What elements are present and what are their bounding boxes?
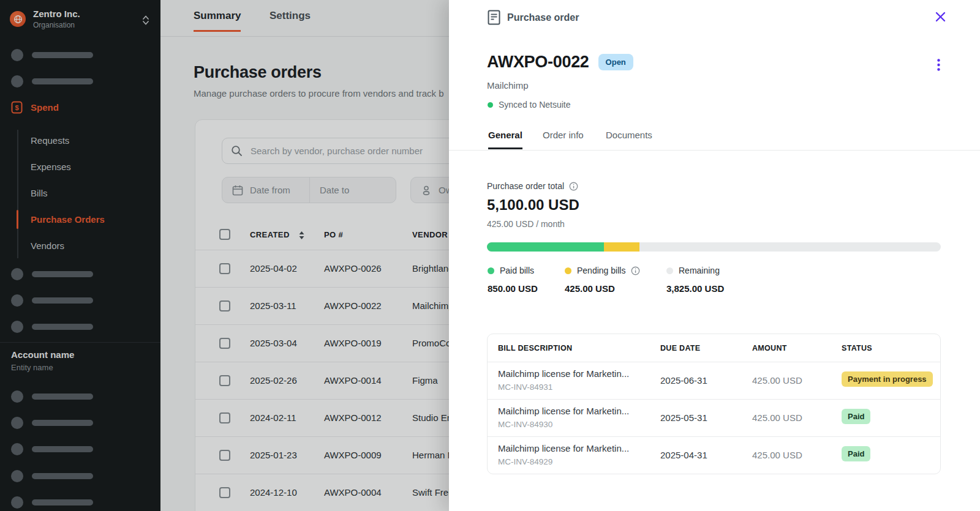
app-root: Zentro Inc. Organisation $ Spend Request… <box>0 0 980 511</box>
tab-order-info[interactable]: Order info <box>543 130 584 147</box>
tab-general[interactable]: General <box>488 130 522 149</box>
column-header-bill-description: BILL DESCRIPTION <box>498 344 572 352</box>
paid-amount: 850.00 USD <box>488 283 538 294</box>
bill-status-badge: Paid <box>842 409 870 424</box>
bill-row[interactable]: Mailchimp license for Marketin... MC-INV… <box>488 362 940 399</box>
info-icon[interactable] <box>631 266 640 275</box>
total-label: Purchase order total <box>487 181 564 191</box>
drawer-tab-divider <box>449 150 980 151</box>
info-icon[interactable] <box>569 182 578 191</box>
purchase-order-document-icon <box>488 10 500 25</box>
po-total-value: 5,100.00 USD <box>487 196 579 214</box>
drawer-title: Purchase order <box>507 12 579 23</box>
legend-pending: Pending bills <box>565 266 640 275</box>
kebab-menu-icon[interactable] <box>937 59 940 71</box>
bill-status-badge: Payment in progress <box>842 371 933 387</box>
status-badge: Open <box>598 54 633 70</box>
sync-status-dot <box>488 102 493 108</box>
column-header-due-date: DUE DATE <box>660 344 700 352</box>
bill-row[interactable]: Mailchimp license for Marketin... MC-INV… <box>488 399 940 436</box>
paid-dot <box>488 267 494 274</box>
tab-documents[interactable]: Documents <box>606 130 652 147</box>
remaining-amount: 3,825.00 USD <box>666 283 724 294</box>
pending-amount: 425.00 USD <box>565 283 615 294</box>
progress-paid-segment <box>487 242 604 252</box>
remaining-dot <box>666 267 673 274</box>
legend-paid: Paid bills <box>488 266 534 275</box>
bill-row[interactable]: Mailchimp license for Marketin... MC-INV… <box>488 436 940 474</box>
bills-table-header: BILL DESCRIPTION DUE DATE AMOUNT STATUS <box>488 334 940 362</box>
sync-status: Synced to Netsuite <box>488 100 571 110</box>
drawer-scrim[interactable] <box>0 0 449 511</box>
legend-remaining: Remaining <box>666 266 720 275</box>
progress-pending-segment <box>604 242 639 252</box>
column-header-amount: AMOUNT <box>752 344 787 352</box>
purchase-order-drawer: Purchase order AWXPO-0022 Open Mailchimp… <box>449 0 980 511</box>
budget-progress-bar <box>487 242 941 252</box>
po-number: AWXPO-0022 <box>487 53 589 72</box>
pending-dot <box>565 267 571 274</box>
bill-status-badge: Paid <box>842 446 870 461</box>
bills-table: BILL DESCRIPTION DUE DATE AMOUNT STATUS … <box>487 334 941 474</box>
vendor-name: Mailchimp <box>487 80 529 91</box>
close-icon[interactable] <box>935 12 946 22</box>
po-monthly-value: 425.00 USD / month <box>487 219 565 229</box>
column-header-status: STATUS <box>842 344 872 352</box>
